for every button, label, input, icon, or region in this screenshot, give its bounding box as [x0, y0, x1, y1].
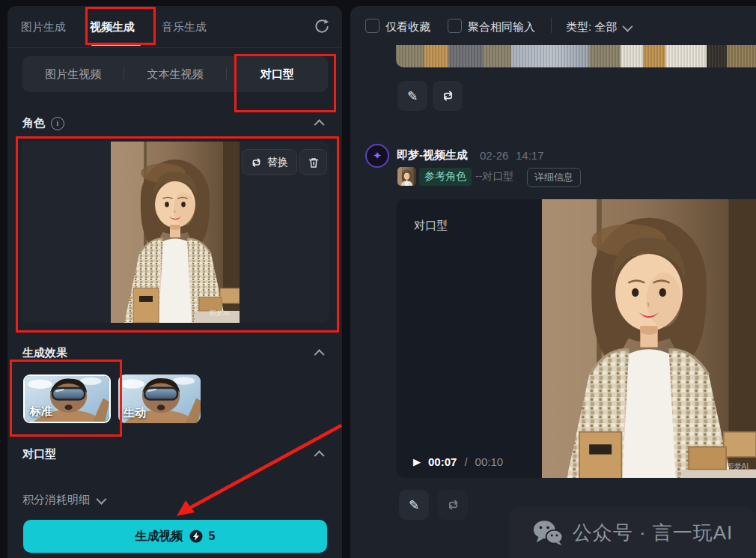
aggregate-checkbox[interactable] — [448, 19, 462, 33]
detail-info-button[interactable]: 详细信息 — [527, 168, 581, 187]
subtab-lipsync[interactable]: 对口型 — [227, 67, 328, 82]
subtab-text-to-video[interactable]: 文本生视频 — [124, 67, 225, 82]
credits-detail-toggle[interactable]: 积分消耗明细 — [22, 493, 104, 507]
result-video-frame[interactable] — [542, 199, 756, 478]
lipsync-section-title: 对口型 — [22, 447, 56, 461]
subtab-image-to-video[interactable]: 图片生视频 — [22, 67, 124, 82]
reference-character-badge[interactable]: 参考角色 — [419, 168, 472, 186]
type-filter-label: 类型: 全部 — [566, 20, 617, 34]
chevron-down-icon — [96, 494, 106, 504]
active-tab-underline — [91, 43, 141, 46]
result-video-card[interactable]: 对口型 即梦AI ▶ 00:07 / 00:10 — [397, 199, 756, 478]
swap-icon — [251, 158, 262, 167]
filter-divider — [551, 18, 552, 33]
character-card: 即梦AI 替换 — [21, 142, 329, 323]
info-icon[interactable]: i — [51, 117, 64, 130]
regenerate-button-disabled[interactable] — [438, 490, 468, 520]
lipsync-section-header: 对口型 — [22, 447, 56, 461]
tab-music-generation[interactable]: 音乐生成 — [162, 20, 207, 34]
trash-icon — [308, 157, 320, 169]
results-panel: 仅看收藏 聚合相同输入 类型: 全部 ✎ ✦ 即梦-视频生成 02-26 14:… — [350, 6, 756, 558]
tab-image-generation[interactable]: 图片生成 — [21, 20, 66, 34]
favorites-filter-label[interactable]: 仅看收藏 — [385, 20, 430, 34]
effect-option-vivid[interactable]: 生动 — [118, 374, 201, 423]
type-filter-dropdown[interactable]: 类型: 全部 — [566, 20, 630, 34]
wechat-icon — [532, 519, 564, 546]
tab-video-generation[interactable]: 视频生成 — [90, 20, 135, 34]
repeat-icon — [447, 500, 460, 510]
chevron-up-icon[interactable] — [314, 450, 325, 461]
regenerate-button[interactable] — [433, 81, 463, 111]
image-watermark: 即梦AI — [210, 309, 230, 318]
edit-button[interactable]: ✎ — [397, 81, 427, 111]
page-watermark: 公众号 · 言一玩AI — [509, 507, 756, 558]
character-section-title: 角色 — [22, 116, 45, 130]
video-watermark: 即梦AI — [727, 461, 749, 472]
time-separator: / — [464, 455, 467, 468]
effect-option-standard[interactable]: 标准 — [23, 374, 111, 423]
chevron-up-icon[interactable] — [314, 349, 325, 360]
sparkle-icon: ✦ — [373, 149, 382, 163]
effects-section-header: 生成效果 — [22, 346, 67, 360]
video-duration: 00:10 — [475, 455, 504, 468]
page-watermark-text: 公众号 · 言一玩AI — [573, 520, 734, 546]
chevron-down-icon — [623, 21, 633, 31]
effect-vivid-label: 生动 — [124, 406, 146, 420]
character-section-header: 角色 i — [22, 116, 64, 130]
generate-video-button[interactable]: 生成视频 5 — [23, 520, 327, 553]
credits-detail-label: 积分消耗明细 — [22, 493, 90, 507]
pencil-icon: ✎ — [409, 497, 419, 513]
favorites-checkbox[interactable] — [365, 19, 379, 33]
video-controls: ▶ 00:07 / 00:10 — [413, 455, 503, 468]
top-tab-bar: 图片生成 视频生成 音乐生成 — [7, 6, 342, 48]
effect-standard-label: 标准 — [30, 404, 52, 419]
sub-tab-bar: 图片生视频 文本生视频 对口型 — [22, 56, 328, 92]
video-current-time: 00:07 — [428, 455, 457, 468]
result-time: 14:17 — [516, 149, 544, 162]
delete-character-button[interactable] — [299, 149, 327, 175]
result-title: 即梦-视频生成 — [397, 148, 468, 163]
generate-cost: 5 — [209, 530, 216, 543]
result-date: 02-26 — [480, 149, 508, 162]
character-image[interactable] — [111, 142, 240, 323]
app-avatar: ✦ — [365, 144, 389, 168]
pencil-icon: ✎ — [407, 88, 418, 104]
replace-label: 替换 — [267, 156, 288, 169]
generation-settings-panel: 图片生成 视频生成 音乐生成 图片生视频 文本生视频 对口型 角色 i 即梦AI… — [7, 6, 342, 558]
generate-label: 生成视频 — [135, 529, 183, 545]
reference-thumbnail[interactable] — [397, 167, 416, 186]
previous-result-image-partial[interactable] — [396, 45, 756, 67]
edit-button[interactable]: ✎ — [399, 490, 429, 520]
chevron-up-icon[interactable] — [314, 119, 325, 130]
repeat-icon — [442, 91, 454, 101]
aggregate-filter-label[interactable]: 聚合相同输入 — [468, 20, 535, 34]
credit-coin-icon — [189, 530, 203, 543]
refresh-icon[interactable] — [314, 18, 330, 34]
play-icon[interactable]: ▶ — [413, 456, 421, 467]
video-prompt-label: 对口型 — [414, 219, 448, 233]
replace-button[interactable]: 替换 — [242, 149, 297, 175]
result-mode-text: --对口型 — [475, 170, 513, 184]
effects-section-title: 生成效果 — [22, 346, 67, 360]
